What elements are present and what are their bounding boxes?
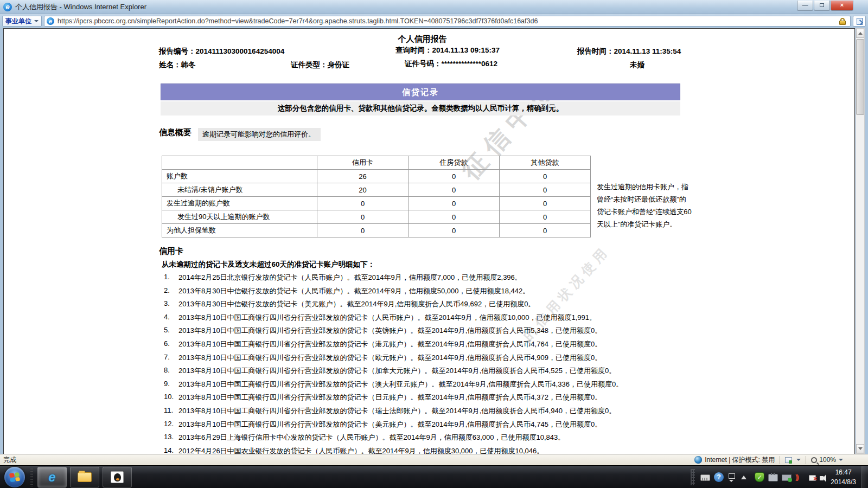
- list-item-number: 5.: [164, 326, 178, 334]
- list-item-number: 11.: [164, 406, 178, 414]
- list-item-number: 12.: [164, 420, 178, 428]
- taskbar-clock[interactable]: 16:47 2014/8/3: [831, 467, 856, 487]
- list-item-text: 2012年4月26日中国农业银行发放的贷记卡（人民币账户）。截至2014年9月，…: [178, 446, 544, 454]
- vertical-scrollbar[interactable]: [856, 28, 865, 454]
- list-item: 5.2013年8月10日中国工商银行四川省分行营业部发放的贷记卡（英镑账户）。截…: [164, 326, 848, 339]
- list-item-number: 7.: [164, 353, 178, 361]
- help-icon[interactable]: ?: [714, 472, 724, 482]
- maximize-button[interactable]: [814, 1, 830, 11]
- overdue-definition-note: 发生过逾期的信用卡账户，指曾经“未按时还最低还款额”的贷记卡账户和曾经“连续透支…: [597, 181, 692, 230]
- list-item-number: 14.: [164, 446, 178, 454]
- row-value: 0: [317, 210, 409, 224]
- row-value: 0: [500, 170, 591, 183]
- list-item: 4.2013年8月10日中国工商银行四川省分行营业部发放的贷记卡（人民币账户）。…: [164, 313, 848, 326]
- marital-status: 未婚: [630, 60, 644, 70]
- desktop: e 个人信用报告 - Windows Internet Explorer — ×…: [0, 0, 868, 488]
- person-name: 姓名：韩冬: [159, 60, 196, 70]
- start-button[interactable]: [4, 467, 25, 487]
- row-value: 0: [317, 224, 409, 237]
- security-shield-icon[interactable]: [755, 472, 764, 482]
- table-row: 发生过90天以上逾期的账户数000: [162, 210, 591, 224]
- list-item-number: 8.: [164, 366, 178, 374]
- scroll-down-button[interactable]: [856, 444, 864, 453]
- zoom-level[interactable]: 100%: [819, 456, 836, 464]
- show-desktop-button[interactable]: [861, 466, 868, 488]
- row-value: 26: [317, 170, 409, 183]
- speaker-icon[interactable]: [820, 476, 824, 480]
- row-value: 0: [317, 197, 409, 210]
- row-value: 0: [500, 197, 591, 210]
- taskbar-app-button[interactable]: [103, 467, 132, 487]
- scrollbar-thumb[interactable]: [856, 39, 864, 115]
- list-item-number: 3.: [164, 299, 178, 307]
- zone-dropdown-button[interactable]: 事业单位: [2, 16, 42, 27]
- summary-table-header-cell: 住房贷款: [409, 156, 500, 170]
- chevron-down-icon: [34, 20, 39, 22]
- id-type: 证件类型：身份证: [291, 60, 349, 70]
- chevron-down-icon[interactable]: [839, 459, 843, 461]
- id-number: 证件号码：**************0612: [405, 59, 497, 69]
- summary-table: 信用卡住房贷款其他贷款 账户数2600未结清/未销户账户数2000发生过逾期的账…: [162, 156, 591, 237]
- keyboard-icon[interactable]: [700, 474, 710, 481]
- list-item-text: 2014年2月25日北京银行发放的贷记卡（人民币账户）。截至2014年9月，信用…: [178, 273, 522, 282]
- folder-icon: [78, 472, 92, 482]
- list-item: 7.2013年8月10日中国工商银行四川省分行营业部发放的贷记卡（欧元账户）。截…: [164, 353, 848, 367]
- taskbar-ie-button[interactable]: e: [37, 467, 67, 487]
- system-tray: ? )) 16:47 2014/8/3: [691, 466, 868, 488]
- zone-label: 事业单位: [5, 17, 31, 26]
- close-button[interactable]: ×: [831, 1, 853, 11]
- credit-record-note: 这部分包含您的信用卡、贷款和其他信贷记录。金额类数据均以人民币计算，精确到元。: [161, 101, 680, 115]
- ssl-lock-icon: [839, 18, 846, 25]
- show-hidden-icons-arrow[interactable]: [741, 472, 751, 482]
- list-item-text: 2013年6月29日上海银行信用卡中心发放的贷记卡（人民币账户）。截至2014年…: [178, 433, 565, 442]
- audio-wave-icon[interactable]: )): [795, 472, 805, 482]
- action-center-flag-icon[interactable]: [809, 475, 816, 481]
- url-field[interactable]: e https://ipcrs.pbccrc.org.cn/simpleRepo…: [44, 16, 851, 27]
- list-item-number: 6.: [164, 339, 178, 348]
- row-label: 发生过逾期的账户数: [162, 197, 317, 210]
- table-row: 为他人担保笔数000: [162, 224, 591, 237]
- scroll-up-button[interactable]: [856, 29, 864, 38]
- list-item: 13.2013年6月29日上海银行信用卡中心发放的贷记卡（人民币账户）。截至20…: [164, 433, 848, 446]
- credit-card-subheading: 从未逾期过的贷记卡及透支未超过60天的准贷记卡账户明细如下：: [162, 260, 375, 269]
- row-value: 0: [409, 183, 500, 197]
- list-item-number: 2.: [164, 286, 178, 294]
- chevron-down-icon[interactable]: [796, 459, 801, 461]
- report-page: 征信中心 的信用状况使用 行 个人信用报告 报告编号：2014111303000…: [3, 28, 855, 454]
- row-value: 0: [409, 210, 500, 224]
- window-titlebar: e 个人信用报告 - Windows Internet Explorer — ×: [0, 0, 868, 14]
- summary-table-header-cell: 其他贷款: [500, 156, 591, 170]
- list-item-number: 9.: [164, 380, 178, 388]
- list-item-text: 2013年8月10日中国工商银行四川省分行营业部发放的贷记卡（瑞士法郎账户）。截…: [178, 406, 616, 416]
- summary-table-header-row: 信用卡住房贷款其他贷款: [162, 156, 591, 170]
- list-item: 9.2013年8月10日中国工商银行四川省分行营业部发放的贷记卡（澳大利亚元账户…: [164, 380, 848, 393]
- internet-zone-icon: [694, 456, 702, 464]
- taskbar-explorer-button[interactable]: [70, 467, 99, 487]
- summary-heading: 信息概要: [159, 127, 192, 138]
- arrow-down-icon: [858, 447, 863, 450]
- compatibility-view-button[interactable]: [853, 16, 866, 27]
- page-privacy-icon: [785, 457, 792, 463]
- row-value: 0: [409, 170, 500, 183]
- taskbar-grip: [30, 468, 33, 486]
- list-item-text: 2013年8月30日中信银行发放的贷记卡（人民币账户）。截至2014年9月，信用…: [178, 286, 529, 296]
- url-text: https://ipcrs.pbccrc.org.cn/simpleReport…: [58, 17, 837, 25]
- window-title: 个人信用报告 - Windows Internet Explorer: [15, 2, 146, 12]
- credit-card-list: 1.2014年2月25日北京银行发放的贷记卡（人民币账户）。截至2014年9月，…: [164, 273, 848, 454]
- zoom-icon: [811, 457, 817, 463]
- plug-icon[interactable]: [768, 474, 778, 481]
- minimize-button[interactable]: —: [797, 1, 813, 11]
- summary-table-header-cell: 信用卡: [317, 156, 409, 170]
- compatibility-icon: [857, 18, 863, 25]
- usb-device-icon[interactable]: [782, 474, 792, 481]
- list-item: 12.2013年8月10日中国工商银行四川省分行营业部发放的贷记卡（美元账户）。…: [164, 420, 848, 433]
- ie-icon: e: [48, 470, 55, 485]
- table-row: 未结清/未销户账户数2000: [162, 183, 591, 197]
- window-restore-icon[interactable]: [727, 472, 737, 482]
- windows-flag-icon: [9, 472, 20, 481]
- list-item-number: 1.: [164, 273, 178, 281]
- list-item: 2.2013年8月30日中信银行发放的贷记卡（人民币账户）。截至2014年9月，…: [164, 286, 848, 300]
- row-value: 0: [500, 183, 591, 197]
- list-item: 10.2013年8月10日中国工商银行四川省分行营业部发放的贷记卡（日元账户）。…: [164, 393, 848, 406]
- tray-grip: [691, 469, 695, 485]
